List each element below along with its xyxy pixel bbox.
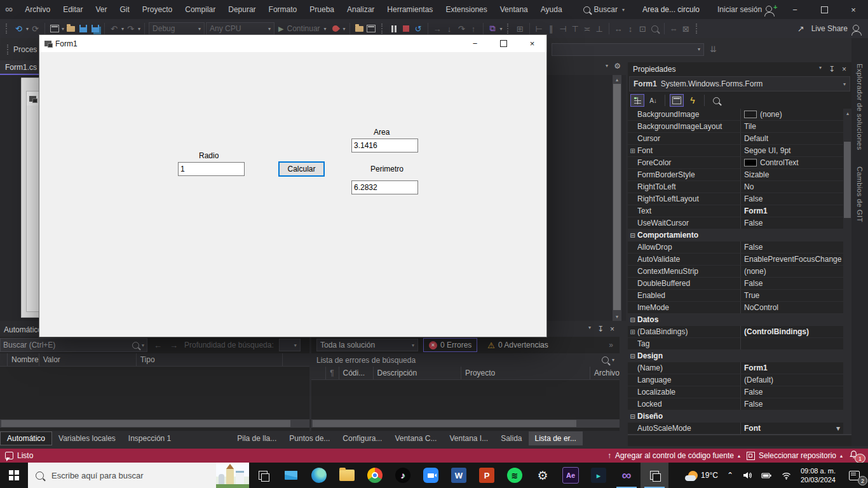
watch-search-input[interactable]: ▾: [0, 338, 147, 352]
taskbar-zoom[interactable]: [417, 463, 445, 488]
property-row[interactable]: RightToLeftLayout False ▾: [628, 193, 843, 205]
property-value[interactable]: Tile: [744, 122, 756, 131]
errors-filter-button[interactable]: × 0 Errores: [423, 338, 477, 352]
menu-item[interactable]: Prueba: [304, 3, 340, 17]
property-value[interactable]: No: [744, 182, 754, 191]
properties-view-icon[interactable]: [670, 94, 684, 107]
toolbar-grip[interactable]: [6, 24, 9, 34]
property-value[interactable]: (none): [760, 110, 782, 119]
properties-scrollbar[interactable]: ▴: [843, 109, 851, 435]
error-search-bar[interactable]: Lista de errores de búsqueda ▾: [311, 353, 620, 367]
property-row[interactable]: ⊟ Comportamiento ▾: [628, 229, 843, 241]
maximize-button[interactable]: [489, 35, 518, 52]
expand-collapse-icon[interactable]: ⊟: [628, 232, 637, 239]
expand-collapse-icon[interactable]: ⊞: [628, 329, 637, 336]
taskbar-spotify[interactable]: ≋: [501, 463, 529, 488]
menu-item[interactable]: Formato: [263, 3, 303, 17]
area-input[interactable]: [351, 139, 418, 152]
scrollbar-thumb[interactable]: [313, 420, 576, 427]
menu-item[interactable]: Editar: [57, 3, 88, 17]
debug-configuration-select[interactable]: Debug ▾: [149, 22, 205, 35]
menu-item[interactable]: Herramientas: [381, 3, 438, 17]
error-hscrollbar[interactable]: [311, 419, 620, 428]
process-select[interactable]: ▾: [552, 43, 704, 56]
tool-window-tab[interactable]: Inspección 1: [122, 431, 177, 445]
window-position-icon[interactable]: ▾: [588, 325, 591, 334]
background-tasks-icon[interactable]: [5, 452, 13, 459]
tray-expand-button[interactable]: ⌃: [722, 463, 738, 488]
window-position-icon[interactable]: ▾: [819, 65, 822, 74]
property-row[interactable]: AllowDrop False ▾: [628, 241, 843, 254]
property-row[interactable]: BackgroundImageLayout Tile ▾: [628, 121, 843, 133]
lock-controls-icon[interactable]: ⊠: [681, 24, 691, 34]
property-row[interactable]: ⊞ Font Segoe UI, 9pt ▾: [628, 145, 843, 157]
network-button[interactable]: [776, 463, 796, 488]
weather-widget[interactable]: 19°C: [684, 463, 722, 488]
tool-window-tab[interactable]: Ventana I...: [443, 431, 494, 445]
column-header[interactable]: Descripción: [374, 367, 461, 379]
toolbar-grip[interactable]: [381, 24, 384, 34]
start-button[interactable]: [0, 463, 28, 488]
select-repository-button[interactable]: Seleccionar repositorio ▴: [747, 451, 843, 460]
menu-item[interactable]: Depurar: [222, 3, 261, 17]
menu-item[interactable]: Ayuda: [535, 3, 568, 17]
scroll-up-icon[interactable]: ▴: [843, 109, 852, 118]
open-file-icon[interactable]: [65, 24, 76, 34]
align-centers-icon[interactable]: ∥: [546, 24, 557, 34]
taskbar-visual-studio[interactable]: ∞: [613, 463, 641, 488]
pin-icon[interactable]: ↧: [829, 65, 835, 74]
navigate-back-icon[interactable]: ⟲: [13, 24, 24, 34]
property-value[interactable]: NoControl: [744, 303, 778, 312]
add-source-control-button[interactable]: ↑ Agregar al control de código fuente ▴: [607, 451, 740, 460]
pin-icon[interactable]: ↧: [597, 325, 604, 334]
settings-gear-icon[interactable]: ⚙: [614, 62, 621, 71]
step-back-icon[interactable]: ↷: [456, 24, 467, 34]
clock-widget[interactable]: 09:08 a. m. 20/03/2024: [796, 463, 840, 488]
column-header[interactable]: Proyecto: [461, 367, 590, 379]
undo-icon[interactable]: ↶: [109, 24, 119, 34]
alphabetical-sort-icon[interactable]: A↓: [646, 94, 660, 107]
app-window-titlebar[interactable]: Form1 − ×: [39, 35, 546, 52]
taskbar-word[interactable]: W: [445, 463, 473, 488]
property-value[interactable]: ControlText: [760, 158, 799, 167]
architecture-dropdown-icon[interactable]: ▾: [500, 26, 503, 32]
tool-window-tab[interactable]: Automático: [0, 431, 52, 445]
property-value[interactable]: Sizable: [744, 170, 769, 179]
feedback-person-icon[interactable]: [853, 24, 860, 33]
tool-window-tab[interactable]: Pila de lla...: [231, 431, 283, 445]
property-row[interactable]: (Name) Form1 ▾: [628, 362, 843, 374]
property-value[interactable]: (none): [744, 267, 766, 276]
document-list-dropdown-icon[interactable]: ▾: [606, 63, 608, 69]
categorized-view-icon[interactable]: [630, 94, 644, 107]
minimize-button[interactable]: −: [461, 35, 489, 52]
scrollbar-thumb[interactable]: [613, 84, 621, 310]
taskbar-file-explorer[interactable]: [333, 463, 361, 488]
property-row[interactable]: ContextMenuStrip (none) ▾: [628, 266, 843, 278]
property-value[interactable]: Form1: [744, 363, 768, 372]
column-header[interactable]: Códi...: [339, 367, 374, 379]
property-row[interactable]: AutoValidate EnablePreventFocusChange ▾: [628, 254, 843, 266]
menu-item[interactable]: Proyecto: [137, 3, 178, 17]
property-row[interactable]: Cursor Default ▾: [628, 133, 843, 145]
column-header[interactable]: Archivo: [590, 367, 620, 379]
toolbar-grip[interactable]: [507, 24, 510, 34]
property-row[interactable]: Tag ▾: [628, 338, 843, 350]
property-value[interactable]: (Default): [744, 376, 773, 384]
calcular-button[interactable]: Calcular: [278, 161, 325, 177]
menu-item[interactable]: Extensiones: [440, 3, 492, 17]
events-icon[interactable]: ϟ: [686, 94, 700, 107]
tab-form1-designer[interactable]: Form1.cs: [0, 60, 44, 75]
navigate-back-dropdown-icon[interactable]: ▾: [26, 26, 29, 32]
snap-to-grid-icon[interactable]: ⊞: [515, 24, 526, 34]
value-dropdown-icon[interactable]: ▾: [836, 424, 843, 433]
property-row[interactable]: BackgroundImage (none) ▾: [628, 109, 843, 121]
watch-grid-empty[interactable]: [0, 367, 309, 419]
close-button[interactable]: ×: [839, 0, 868, 19]
scroll-down-icon[interactable]: ▾: [613, 312, 621, 321]
taskbar-tiktok[interactable]: ♪: [389, 463, 417, 488]
expand-collapse-icon[interactable]: ⊞: [628, 147, 637, 154]
align-lefts-icon[interactable]: ⊢: [534, 24, 545, 34]
property-value[interactable]: True: [744, 291, 759, 300]
same-size-icon[interactable]: ⊡: [637, 24, 648, 34]
toolbar-grip[interactable]: [7, 44, 10, 55]
